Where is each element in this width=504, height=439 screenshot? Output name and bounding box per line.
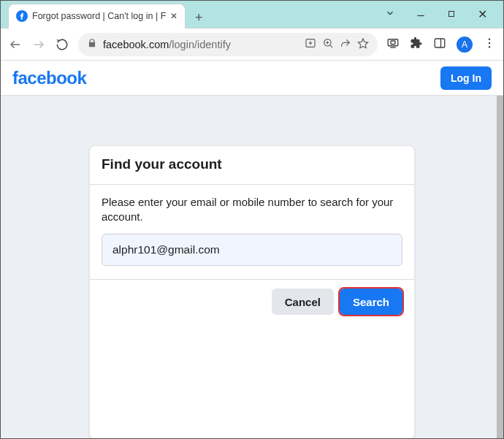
lock-icon	[87, 38, 97, 50]
card-body: Please enter your email or mobile number…	[90, 185, 414, 279]
chevron-down-icon[interactable]	[379, 8, 401, 20]
reload-icon[interactable]	[55, 38, 69, 51]
tab-title: Forgot password | Can't log in | F	[32, 11, 166, 21]
content-area: Find your account Please enter your emai…	[1, 96, 503, 439]
card-prompt: Please enter your email or mobile number…	[102, 195, 402, 224]
svg-rect-11	[388, 39, 398, 45]
new-tab-button[interactable]: +	[188, 8, 209, 28]
window-controls: ✕	[379, 7, 499, 21]
url-host: facebook.com	[103, 39, 169, 50]
forward-icon[interactable]	[31, 38, 46, 51]
address-bar[interactable]: facebook.com/login/identify	[78, 33, 378, 56]
cast-icon[interactable]	[386, 37, 400, 53]
facebook-header: facebook Log In	[1, 61, 503, 96]
card-title: Find your account	[90, 146, 414, 185]
svg-rect-2	[449, 11, 454, 16]
toolbar-right-icons: A	[386, 37, 496, 53]
email-input[interactable]	[102, 234, 402, 266]
svg-point-16	[489, 38, 490, 39]
svg-point-18	[489, 46, 490, 47]
svg-rect-14	[435, 39, 445, 47]
svg-point-17	[489, 42, 490, 43]
svg-rect-12	[391, 41, 395, 45]
browser-toolbar: facebook.com/login/identify A	[1, 28, 503, 61]
search-button[interactable]: Search	[340, 289, 402, 315]
share-icon[interactable]	[340, 37, 351, 51]
sidepanel-icon[interactable]	[433, 37, 446, 53]
profile-avatar[interactable]: A	[457, 37, 473, 53]
window-titlebar: Forgot password | Can't log in | F ✕ + ✕	[1, 1, 503, 28]
cancel-button[interactable]: Cancel	[272, 289, 334, 315]
url-text: facebook.com/login/identify	[103, 39, 299, 50]
facebook-favicon-icon	[16, 10, 28, 22]
maximize-icon[interactable]	[440, 9, 462, 20]
minimize-icon[interactable]	[410, 8, 432, 20]
svg-marker-10	[358, 39, 367, 48]
kebab-menu-icon[interactable]	[483, 37, 496, 53]
close-tab-icon[interactable]: ✕	[170, 11, 177, 21]
install-icon[interactable]	[305, 37, 316, 51]
avatar-letter: A	[462, 39, 467, 50]
find-account-card: Find your account Please enter your emai…	[89, 145, 415, 439]
svg-line-7	[330, 45, 332, 47]
browser-tab[interactable]: Forgot password | Can't log in | F ✕	[8, 4, 186, 28]
url-path: /login/identify	[169, 39, 231, 50]
star-icon[interactable]	[357, 37, 369, 51]
card-footer: Cancel Search	[90, 279, 414, 327]
facebook-logo[interactable]: facebook	[12, 68, 86, 88]
zoom-icon[interactable]	[322, 37, 334, 51]
login-button[interactable]: Log In	[440, 66, 492, 90]
close-window-icon[interactable]: ✕	[471, 7, 493, 21]
tab-strip: Forgot password | Can't log in | F ✕ +	[5, 1, 209, 28]
back-icon[interactable]	[8, 38, 23, 51]
extensions-icon[interactable]	[410, 37, 423, 53]
